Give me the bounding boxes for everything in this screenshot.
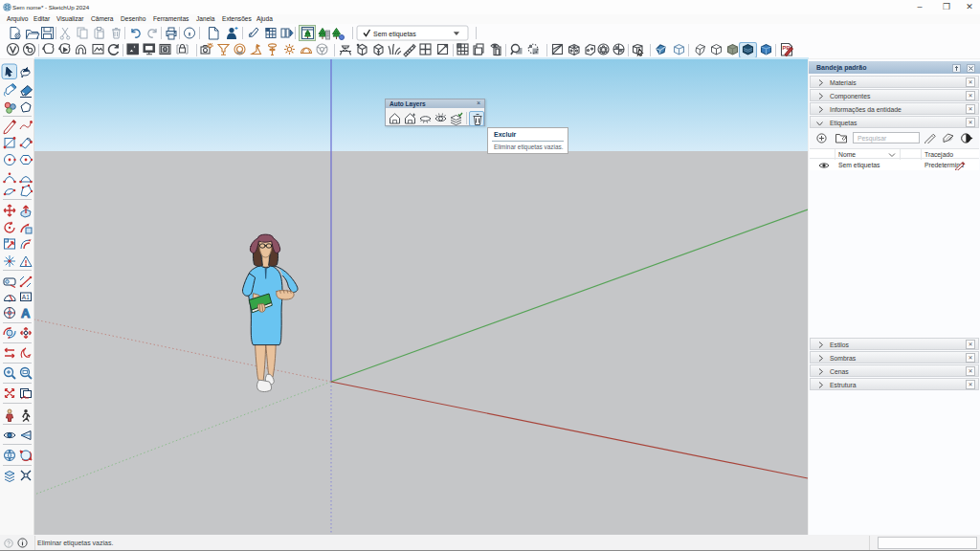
svg-text:A: A	[21, 306, 31, 320]
svg-text:Sem etiquetas: Sem etiquetas	[373, 31, 416, 38]
svg-text:A1: A1	[22, 294, 30, 300]
